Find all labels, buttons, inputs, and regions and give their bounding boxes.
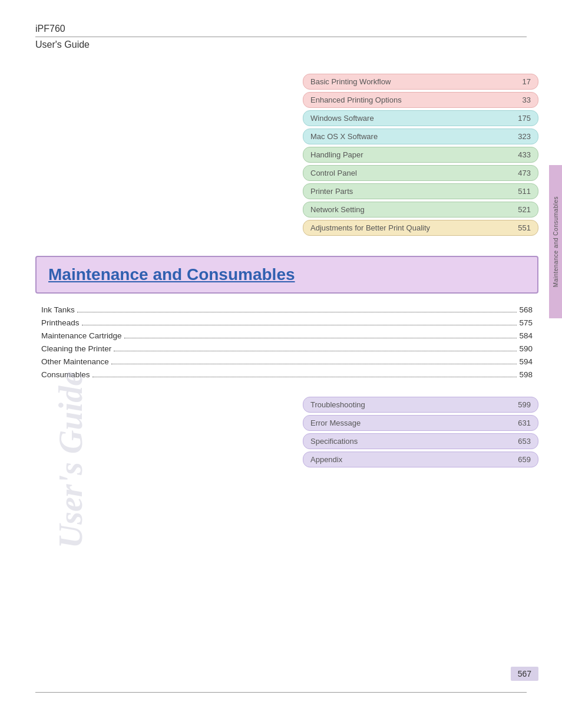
toc-item-page: 33: [523, 95, 531, 104]
toc-item-label: Printer Parts: [310, 187, 353, 196]
bottom-toc-item-page: 631: [518, 419, 531, 427]
list-item-label: Other Maintenance: [41, 357, 109, 366]
list-item-dots: [124, 338, 517, 338]
list-item-label: Cleaning the Printer: [41, 344, 111, 353]
toc-item-label: Adjustments for Better Print Quality: [310, 223, 430, 232]
section-title-box: Maintenance and Consumables: [35, 256, 538, 294]
bottom-toc-item-label: Appendix: [310, 455, 342, 464]
bottom-toc-item[interactable]: Appendix 659: [303, 452, 538, 467]
list-item-dots: [92, 377, 517, 377]
list-item-page: 584: [519, 331, 533, 340]
toc-item-page: 17: [523, 77, 531, 86]
toc-item-label: Windows Software: [310, 114, 374, 123]
bottom-toc-item-label: Specifications: [310, 437, 358, 446]
toc-item-label: Mac OS X Software: [310, 132, 378, 141]
list-item-dots: [82, 325, 517, 325]
list-item: Printheads 575: [41, 318, 533, 327]
bottom-toc-item-label: Troubleshooting: [310, 400, 365, 409]
header-divider: [35, 37, 527, 37]
main-section: Maintenance and Consumables Ink Tanks 56…: [35, 256, 538, 379]
toc-item-page: 433: [518, 150, 531, 159]
list-item-page: 568: [519, 305, 533, 314]
toc-item-page: 521: [518, 205, 531, 214]
list-item-dots: [111, 364, 517, 364]
list-item-page: 575: [519, 318, 533, 327]
bottom-toc-item-page: 599: [518, 400, 531, 409]
bottom-toc: Troubleshooting 599 Error Message 631 Sp…: [0, 397, 538, 470]
toc-item-page: 175: [518, 114, 531, 123]
list-item-dots: [114, 351, 517, 351]
list-item-label: Consumables: [41, 370, 90, 379]
header-guide: User's Guide: [35, 39, 527, 50]
bottom-toc-item-page: 659: [518, 455, 531, 464]
toc-item-label: Enhanced Printing Options: [310, 95, 402, 104]
list-item-page: 590: [519, 344, 533, 353]
page-number: 567: [511, 667, 538, 681]
toc-item[interactable]: Mac OS X Software 323: [303, 129, 538, 144]
toc-item[interactable]: Printer Parts 511: [303, 183, 538, 199]
list-item-label: Maintenance Cartridge: [41, 331, 122, 340]
page-container: Maintenance and Consumables iPF760 User'…: [0, 0, 562, 728]
toc-item[interactable]: Handling Paper 433: [303, 147, 538, 163]
bottom-toc-item[interactable]: Error Message 631: [303, 415, 538, 431]
bottom-toc-item[interactable]: Specifications 653: [303, 433, 538, 449]
toc-item-page: 511: [518, 187, 531, 196]
toc-item-label: Basic Printing Workflow: [310, 77, 391, 86]
toc-item[interactable]: Adjustments for Better Print Quality 551: [303, 220, 538, 236]
list-item-label: Ink Tanks: [41, 305, 75, 314]
bottom-divider: [35, 692, 527, 693]
toc-item-page: 473: [518, 169, 531, 177]
section-toc-list: Ink Tanks 568 Printheads 575 Maintenance…: [35, 305, 538, 379]
bottom-toc-item-label: Error Message: [310, 419, 361, 427]
bottom-toc-item-page: 653: [518, 437, 531, 446]
list-item-dots: [77, 312, 517, 312]
list-item-page: 594: [519, 357, 533, 366]
side-tab: Maintenance and Consumables: [549, 165, 562, 318]
toc-item[interactable]: Control Panel 473: [303, 165, 538, 181]
list-item-page: 598: [519, 370, 533, 379]
list-item: Other Maintenance 594: [41, 357, 533, 366]
toc-item[interactable]: Enhanced Printing Options 33: [303, 92, 538, 108]
list-item: Consumables 598: [41, 370, 533, 379]
section-title: Maintenance and Consumables: [48, 265, 295, 284]
toc-item[interactable]: Network Setting 521: [303, 202, 538, 218]
toc-item[interactable]: Windows Software 175: [303, 110, 538, 126]
toc-item[interactable]: Basic Printing Workflow 17: [303, 74, 538, 90]
header-model: iPF760: [35, 24, 527, 34]
header-area: iPF760 User's Guide: [0, 0, 562, 68]
toc-item-page: 323: [518, 132, 531, 141]
side-tab-text: Maintenance and Consumables: [553, 196, 559, 287]
toc-item-label: Handling Paper: [310, 150, 363, 159]
toc-container: Basic Printing Workflow 17 Enhanced Prin…: [0, 74, 538, 238]
bottom-toc-item[interactable]: Troubleshooting 599: [303, 397, 538, 413]
toc-item-label: Network Setting: [310, 205, 365, 214]
list-item: Maintenance Cartridge 584: [41, 331, 533, 340]
toc-item-page: 551: [518, 223, 531, 232]
list-item-label: Printheads: [41, 318, 80, 327]
list-item: Cleaning the Printer 590: [41, 344, 533, 353]
list-item: Ink Tanks 568: [41, 305, 533, 314]
toc-item-label: Control Panel: [310, 169, 357, 177]
